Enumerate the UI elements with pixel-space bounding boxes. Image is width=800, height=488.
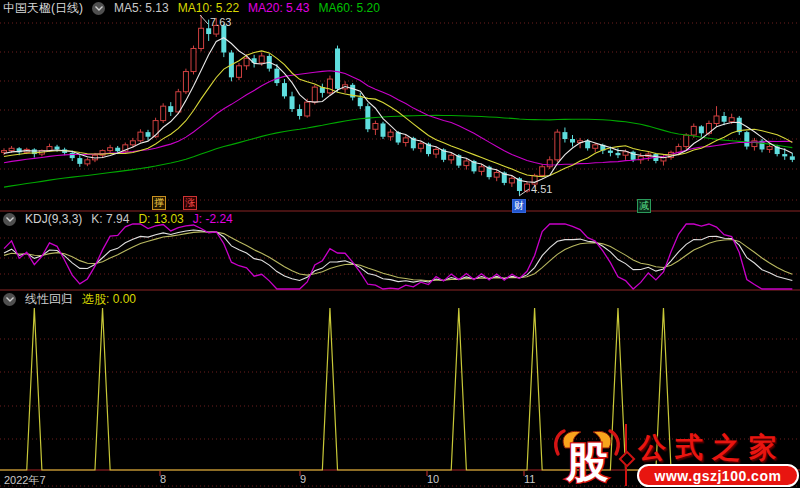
collapse-main-icon[interactable] (92, 2, 105, 15)
price-annotation-4.51: 4.51 (531, 183, 552, 195)
watermark: 股 公式之家 www.gszj100.com (552, 424, 798, 486)
gridlines-layer (0, 23, 800, 486)
ma20-value: MA20: 5.43 (248, 1, 309, 15)
axis-label-8: 8 (160, 473, 166, 485)
ma-lines-layer (4, 38, 792, 187)
d-value: D: 13.03 (138, 212, 183, 226)
axis-label-11: 11 (524, 473, 535, 485)
ma5-value: MA5: 5.13 (114, 1, 169, 15)
axis-ticks (160, 471, 524, 476)
collapse-linreg-icon[interactable] (3, 293, 16, 306)
collapse-kdj-icon[interactable] (3, 213, 16, 226)
candles-layer (2, 15, 795, 195)
ma60-value: MA60: 5.20 (318, 1, 379, 15)
axis-label-10: 10 (427, 473, 439, 485)
stock-title: 中国天楹(日线) (3, 1, 83, 15)
k-value: K: 7.94 (91, 212, 129, 226)
watermark-url: www.gszj100.com (637, 464, 799, 487)
marker-badge-涨: 涨 (183, 196, 197, 210)
kdj-lines-layer (4, 224, 792, 289)
bull-stock-logo-icon: 股 (552, 428, 622, 486)
chart-area[interactable] (0, 0, 800, 488)
linreg-title: 线性回归 (25, 292, 73, 306)
kdj-title: KDJ(9,3,3) (25, 212, 82, 226)
marker-badge-减: 减 (637, 199, 651, 213)
j-value: J: -2.24 (193, 212, 233, 226)
main-panel-header: 中国天楹(日线) MA5: 5.13 MA10: 5.22 MA20: 5.43… (3, 1, 380, 15)
marker-badge-财: 财 (512, 199, 526, 213)
stock-app-window: 中国天楹(日线) MA5: 5.13 MA10: 5.22 MA20: 5.43… (0, 0, 800, 488)
logo-char: 股 (565, 440, 609, 486)
axis-label-2022年7: 2022年7 (4, 473, 46, 488)
linreg-value: 选股: 0.00 (82, 292, 136, 306)
axis-label-9: 9 (300, 473, 306, 485)
ma10-value: MA10: 5.22 (178, 1, 239, 15)
linreg-panel-header: 线性回归 选股: 0.00 (3, 292, 136, 306)
price-annotation-7.63: 7.63 (210, 16, 231, 28)
kdj-panel-header: KDJ(9,3,3) K: 7.94 D: 13.03 J: -2.24 (3, 212, 233, 226)
watermark-site-name: 公式之家 (638, 429, 798, 467)
marker-badge-撑: 撑 (152, 196, 166, 210)
